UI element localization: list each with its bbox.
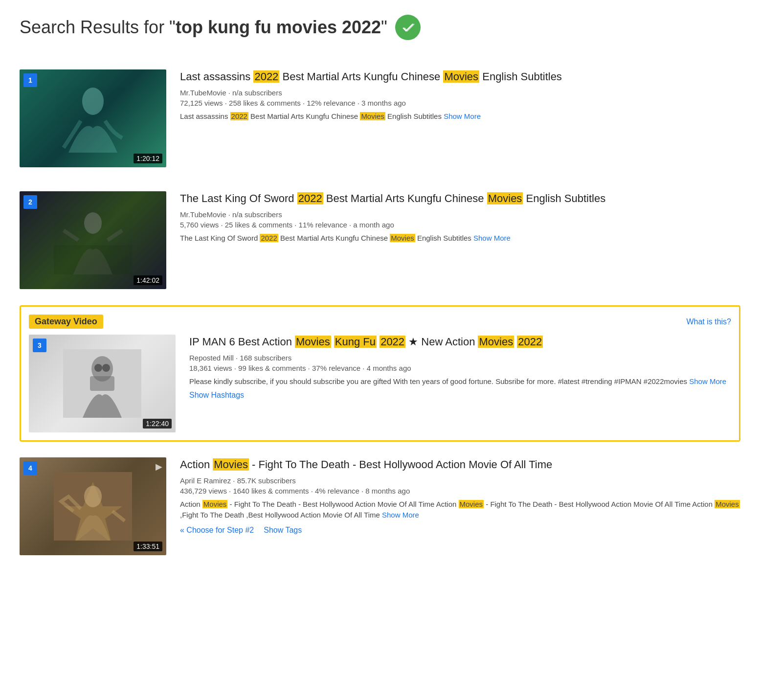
result-channel-4: April E Ramirez · 85.7K subscribers (180, 476, 740, 485)
rank-badge-3: 3 (33, 339, 46, 352)
thumbnail-2[interactable]: 2 1:42:02 (20, 191, 166, 289)
result-meta-1: 72,125 views · 258 likes & comments · 12… (180, 99, 740, 107)
result-title-4: Action Movies - Fight To The Death - Bes… (180, 457, 740, 473)
result-desc-1: Last assassins 2022 Best Martial Arts Ku… (180, 111, 740, 122)
gateway-what-link[interactable]: What is this? (686, 317, 731, 326)
result-desc-3: Please kindly subscribe, if you should s… (189, 376, 731, 387)
show-more-3[interactable]: Show More (689, 377, 726, 385)
svg-point-9 (84, 486, 102, 507)
rank-badge-2: 2 (23, 195, 37, 209)
bottom-links-4: « Choose for Step #2 Show Tags (180, 526, 740, 535)
thumbnail-1[interactable]: 1 1:20:12 (20, 69, 166, 167)
svg-point-1 (84, 212, 102, 234)
small-icon-4: ▶ (156, 461, 162, 472)
thumbnail-4[interactable]: 4 1:33:51 ▶ (20, 457, 166, 555)
result-desc-2: The Last King Of Sword 2022 Best Martial… (180, 233, 740, 244)
result-item-1: 1 1:20:12 Last assassins 2022 Best Marti… (20, 58, 740, 180)
duration-badge-1: 1:20:12 (134, 154, 162, 163)
svg-rect-7 (90, 376, 114, 391)
result-title-1: Last assassins 2022 Best Martial Arts Ku… (180, 69, 740, 85)
show-more-1[interactable]: Show More (444, 112, 481, 120)
rank-badge-1: 1 (23, 73, 37, 87)
duration-badge-4: 1:33:51 (134, 542, 162, 551)
duration-badge-3: 1:22:40 (143, 419, 172, 429)
show-tags-link[interactable]: Show Tags (264, 526, 302, 535)
result-info-1: Last assassins 2022 Best Martial Arts Ku… (180, 69, 740, 167)
thumbnail-3[interactable]: 3 1:22:40 (29, 335, 176, 432)
choose-step-link[interactable]: « Choose for Step #2 (180, 526, 254, 535)
svg-point-5 (94, 364, 102, 372)
results-list: 1 1:20:12 Last assassins 2022 Best Marti… (20, 58, 740, 567)
show-more-2[interactable]: Show More (473, 234, 511, 242)
result-item-4: 4 1:33:51 ▶ Action Movies - Fight To The… (20, 446, 740, 567)
show-more-4[interactable]: Show More (382, 511, 419, 519)
result-title-3: IP MAN 6 Best Action Movies Kung Fu 2022… (189, 335, 731, 350)
result-item-2: 2 1:42:02 The Last King Of Sword 2022 Be… (20, 180, 740, 301)
result-info-4: Action Movies - Fight To The Death - Bes… (180, 457, 740, 555)
rank-badge-4: 4 (23, 461, 37, 475)
result-info-2: The Last King Of Sword 2022 Best Martial… (180, 191, 740, 289)
page-header: Search Results for "top kung fu movies 2… (20, 15, 740, 40)
search-query: top kung fu movies 2022 (176, 17, 381, 37)
duration-badge-2: 1:42:02 (134, 275, 162, 285)
svg-point-0 (82, 88, 104, 115)
gateway-header: Gateway Video What is this? (29, 315, 731, 329)
result-channel-2: Mr.TubeMovie · n/a subscribers (180, 210, 740, 219)
gateway-label: Gateway Video (29, 315, 103, 329)
result-channel-1: Mr.TubeMovie · n/a subscribers (180, 89, 740, 97)
result-desc-4: Action Movies - Fight To The Death - Bes… (180, 499, 740, 521)
gateway-wrapper: Gateway Video What is this? 3 1:22:40 (20, 305, 740, 442)
verified-icon (395, 15, 421, 40)
svg-point-6 (102, 364, 110, 372)
svg-rect-2 (54, 245, 132, 274)
show-hashtags-3[interactable]: Show Hashtags (189, 391, 731, 400)
result-channel-3: Reposted Mill · 168 subscribers (189, 354, 731, 362)
result-title-2: The Last King Of Sword 2022 Best Martial… (180, 191, 740, 206)
page-title: Search Results for "top kung fu movies 2… (20, 17, 387, 38)
result-meta-3: 18,361 views · 99 likes & comments · 37%… (189, 364, 731, 372)
result-meta-4: 436,729 views · 1640 likes & comments · … (180, 487, 740, 495)
result-meta-2: 5,760 views · 25 likes & comments · 11% … (180, 221, 740, 229)
result-info-3: IP MAN 6 Best Action Movies Kung Fu 2022… (189, 335, 731, 432)
